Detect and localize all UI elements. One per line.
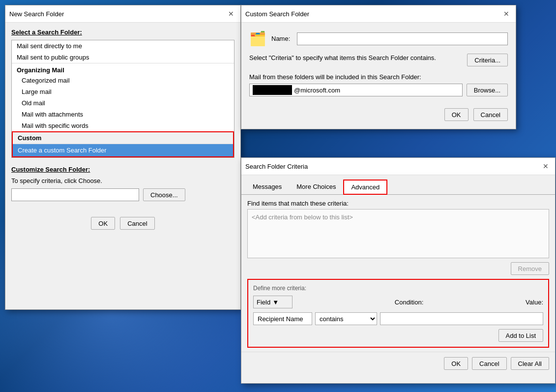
define-more-title: Define more criteria:	[253, 285, 543, 292]
list-item[interactable]: Mail with attachments	[12, 109, 234, 120]
field-dropdown-arrow: ▼	[272, 299, 279, 306]
criteria-description: Select "Criteria" to specify what items …	[249, 54, 463, 62]
list-item[interactable]: Old mail	[12, 97, 234, 109]
custom-search-folder-close-button[interactable]: ✕	[501, 8, 512, 19]
specify-text: To specify criteria, click Choose.	[11, 177, 234, 184]
folder-black-box	[253, 85, 292, 95]
add-to-list-button[interactable]: Add to List	[498, 329, 543, 342]
select-folder-header: Select a Search Folder:	[11, 29, 234, 36]
new-search-folder-title: New Search Folder	[9, 10, 64, 18]
criteria-area: <Add criteria from below to this list>	[247, 209, 549, 258]
field-dropdown[interactable]: Field ▼	[253, 296, 293, 308]
choose-button[interactable]: Choose...	[143, 188, 185, 201]
sfc-title: Search Folder Criteria	[245, 163, 308, 170]
sfc-ok-button[interactable]: OK	[444, 357, 468, 370]
custom-search-folder-titlebar: Custom Search Folder ✕	[241, 5, 516, 23]
sfc-footer: OK Cancel Clear All	[241, 352, 555, 375]
criteria-button[interactable]: Criteria...	[467, 54, 508, 66]
csf-cancel-button[interactable]: Cancel	[473, 108, 508, 121]
folder-list[interactable]: Mail sent directly to me Mail sent to pu…	[11, 40, 234, 158]
remove-button[interactable]: Remove	[511, 262, 549, 275]
field-name-text: Recipient Name	[258, 315, 303, 323]
csf-ok-button[interactable]: OK	[444, 108, 468, 121]
list-item[interactable]: Mail with specific words	[12, 120, 234, 131]
custom-section: Custom Create a custom Search Folder	[12, 131, 234, 157]
new-search-folder-dialog: New Search Folder ✕ Select a Search Fold…	[5, 5, 241, 310]
sfc-close-button[interactable]: ✕	[540, 161, 551, 172]
tab-messages[interactable]: Messages	[245, 180, 289, 195]
field-name-display: Recipient Name	[253, 312, 312, 325]
tabs-bar: Messages More Choices Advanced	[241, 179, 555, 195]
value-label: Value:	[526, 299, 543, 306]
name-input[interactable]	[297, 32, 508, 45]
list-item[interactable]: Mail sent directly to me	[12, 40, 234, 52]
value-input[interactable]	[380, 312, 543, 325]
condition-select[interactable]: contains does not contain is is not	[315, 312, 377, 325]
sfc-titlebar: Search Folder Criteria ✕	[241, 158, 555, 175]
new-search-folder-titlebar: New Search Folder ✕	[5, 5, 240, 23]
tab-more-choices[interactable]: More Choices	[289, 180, 343, 195]
list-group-header: Organizing Mail	[12, 63, 234, 75]
list-item[interactable]: Mail sent to public groups	[12, 52, 234, 63]
folder-icon: 🗂️	[249, 30, 266, 47]
browse-button[interactable]: Browse...	[467, 84, 508, 96]
customize-section: Customize Search Folder: To specify crit…	[11, 166, 234, 201]
custom-search-folder-title: Custom Search Folder	[245, 10, 309, 18]
customize-header: Customize Search Folder:	[11, 166, 234, 173]
folder-path-display: @microsoft.com	[249, 84, 463, 96]
new-search-folder-ok-button[interactable]: OK	[91, 217, 115, 230]
folder-email: @microsoft.com	[294, 87, 340, 94]
new-search-folder-cancel-button[interactable]: Cancel	[120, 217, 154, 230]
folder-include-label: Mail from these folders will be included…	[249, 73, 508, 81]
find-items-label: Find items that match these criteria:	[241, 200, 555, 209]
sfc-cancel-button[interactable]: Cancel	[472, 357, 506, 370]
list-item[interactable]: Large mail	[12, 86, 234, 97]
tab-advanced[interactable]: Advanced	[343, 180, 387, 195]
define-more-criteria-box: Define more criteria: Field ▼ Condition:…	[247, 279, 549, 348]
name-label: Name:	[271, 35, 290, 42]
custom-group-header: Custom	[13, 132, 233, 144]
criteria-placeholder: <Add criteria from below to this list>	[252, 213, 353, 221]
field-label: Field	[257, 299, 270, 306]
new-search-folder-close-button[interactable]: ✕	[226, 8, 236, 19]
customize-input[interactable]	[11, 188, 139, 201]
search-folder-criteria-dialog: Search Folder Criteria ✕ Messages More C…	[241, 157, 556, 384]
custom-search-folder-dialog: Custom Search Folder ✕ 🗂️ Name: Select "…	[241, 5, 516, 129]
list-item[interactable]: Categorized mail	[12, 75, 234, 86]
condition-label: Condition:	[395, 299, 424, 306]
custom-search-folder-item[interactable]: Create a custom Search Folder	[13, 144, 233, 156]
sfc-clear-all-button[interactable]: Clear All	[511, 357, 549, 370]
